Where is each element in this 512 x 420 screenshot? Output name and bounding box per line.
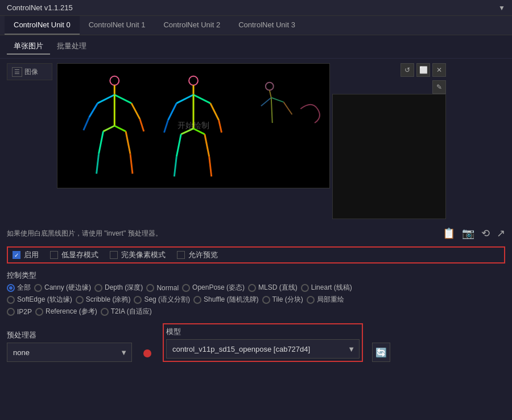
svg-line-18 <box>193 95 210 104</box>
radio-t2ia[interactable]: T2IA (自适应) <box>101 307 152 316</box>
tab-unit-2[interactable]: ControlNet Unit 2 <box>154 16 229 35</box>
info-icons: 📋 📷 ⟲ ↗ <box>443 227 505 240</box>
collapse-arrow[interactable]: ▼ <box>498 4 505 12</box>
svg-line-13 <box>126 131 130 154</box>
svg-line-20 <box>164 120 168 133</box>
allow-preview-item[interactable]: 允许预览 <box>177 250 218 260</box>
camera-icon[interactable]: 📷 <box>462 227 474 240</box>
enable-row: 启用 低显存模式 完美像素模式 允许预览 <box>7 246 505 263</box>
radio-scribble[interactable]: Scribble (涂鸦) <box>76 295 131 304</box>
app-title: ControlNet v1.1.215 <box>7 3 73 12</box>
clear-button[interactable]: ⬜ <box>416 63 430 77</box>
low-vram-label: 低显存模式 <box>61 250 98 260</box>
radio-btn-seg[interactable] <box>134 296 142 304</box>
control-type-section: 控制类型 全部 Canny (硬边缘) Depth (深度) Normal <box>7 267 505 319</box>
radio-inpaint[interactable]: 局部重绘 <box>307 295 344 304</box>
preprocessor-group: 预处理器 none ▼ <box>7 330 132 362</box>
right-canvas <box>332 94 446 219</box>
edit-button[interactable]: ✎ <box>432 80 446 94</box>
radio-btn-shuffle[interactable] <box>193 296 201 304</box>
main-canvas[interactable]: 开始绘制 <box>57 63 330 188</box>
tab-unit-1[interactable]: ControlNet Unit 1 <box>80 16 155 35</box>
radio-btn-ip2p[interactable] <box>7 308 15 316</box>
svg-line-3 <box>114 95 131 104</box>
main-tabs: ControlNet Unit 0 ControlNet Unit 1 Cont… <box>0 16 512 35</box>
sub-tab-batch[interactable]: 批量处理 <box>50 39 93 55</box>
svg-line-34 <box>284 102 292 114</box>
radio-btn-depth[interactable] <box>94 284 102 292</box>
tab-unit-3[interactable]: ControlNet Unit 3 <box>229 16 304 35</box>
low-vram-checkbox[interactable] <box>50 251 58 259</box>
radio-grid-row2: SoftEdge (软边缘) Scribble (涂鸦) Seg (语义分割) … <box>7 295 505 304</box>
radio-shuffle[interactable]: Shuffle (随机洗牌) <box>193 295 258 304</box>
radio-reference[interactable]: Reference (参考) <box>35 307 97 316</box>
radio-btn-all[interactable] <box>7 284 15 292</box>
info-row: 如果使用白底黑线图片，请使用 "invert" 预处理器。 📋 📷 ⟲ ↗ <box>7 227 505 240</box>
svg-line-7 <box>140 119 144 131</box>
preprocessor-select[interactable]: none <box>7 343 132 362</box>
svg-line-21 <box>210 103 219 120</box>
image-toolbar: ↺ ⬜ ✕ <box>332 63 446 77</box>
control-type-label: 控制类型 <box>7 270 505 281</box>
copy-icon[interactable]: 📋 <box>443 227 455 240</box>
radio-btn-lineart[interactable] <box>301 284 309 292</box>
radio-btn-inpaint[interactable] <box>307 296 315 304</box>
radio-btn-reference[interactable] <box>35 308 43 316</box>
svg-line-19 <box>168 103 176 120</box>
radio-seg[interactable]: Seg (语义分割) <box>134 295 190 304</box>
enable-checkbox[interactable] <box>13 251 20 259</box>
allow-preview-label: 允许预览 <box>188 250 218 260</box>
radio-tile[interactable]: Tile (分块) <box>262 295 303 304</box>
enable-checkbox-item[interactable]: 启用 <box>13 250 39 260</box>
perfect-pixel-checkbox[interactable] <box>110 251 118 259</box>
model-select[interactable]: control_v11p_sd15_openpose [cab727d4] <box>166 339 360 359</box>
undo-button[interactable]: ↺ <box>400 63 414 77</box>
send-icon[interactable]: ↗ <box>497 227 505 240</box>
bottom-controls: 预处理器 none ▼ 模型 control_v11p_sd15_openpos… <box>7 323 505 362</box>
radio-ip2p[interactable]: IP2P <box>7 307 32 316</box>
svg-line-33 <box>271 97 284 102</box>
radio-btn-openpose[interactable] <box>182 284 190 292</box>
radio-btn-canny[interactable] <box>34 284 42 292</box>
svg-line-14 <box>130 154 133 174</box>
svg-line-28 <box>205 134 209 157</box>
svg-line-12 <box>97 154 99 174</box>
image-wrapper: 开始绘制 ↺ ⬜ ✕ ✎ <box>57 63 505 219</box>
radio-grid-row3: IP2P Reference (参考) T2IA (自适应) <box>7 307 505 316</box>
radio-normal[interactable]: Normal <box>146 283 179 293</box>
main-container: ControlNet v1.1.215 ▼ ControlNet Unit 0 … <box>0 0 512 420</box>
radio-btn-mlsd[interactable] <box>248 284 256 292</box>
radio-grid-row1: 全部 Canny (硬边缘) Depth (深度) Normal OpenPos… <box>7 283 505 293</box>
radio-btn-tile[interactable] <box>262 296 270 304</box>
allow-preview-checkbox[interactable] <box>177 251 185 259</box>
radio-mlsd[interactable]: MLSD (直线) <box>248 283 298 293</box>
radio-all[interactable]: 全部 <box>7 283 31 293</box>
radio-btn-t2ia[interactable] <box>101 308 109 316</box>
close-button[interactable]: ✕ <box>432 63 446 77</box>
svg-line-11 <box>99 131 104 154</box>
refresh-button[interactable]: 🔄 <box>372 343 390 362</box>
sub-tab-single[interactable]: 单张图片 <box>7 39 50 55</box>
radio-btn-normal[interactable] <box>146 284 154 292</box>
radio-depth[interactable]: Depth (深度) <box>94 283 143 293</box>
canvas-overlay: 开始绘制 <box>177 121 209 131</box>
radio-btn-softedge[interactable] <box>7 296 15 304</box>
svg-line-27 <box>174 157 176 177</box>
radio-lineart[interactable]: Lineart (线稿) <box>301 283 352 293</box>
perfect-pixel-item[interactable]: 完美像素模式 <box>110 250 166 260</box>
svg-line-29 <box>209 157 212 177</box>
tab-unit-0[interactable]: ControlNet Unit 0 <box>5 16 80 35</box>
perfect-pixel-label: 完美像素模式 <box>121 250 166 260</box>
rotate-icon[interactable]: ⟲ <box>481 227 490 240</box>
svg-line-17 <box>176 95 193 104</box>
low-vram-item[interactable]: 低显存模式 <box>50 250 98 260</box>
radio-canny[interactable]: Canny (硬边缘) <box>34 283 91 293</box>
radio-softedge[interactable]: SoftEdge (软边缘) <box>7 295 72 304</box>
radio-openpose[interactable]: OpenPose (姿态) <box>182 283 245 293</box>
svg-point-30 <box>266 83 274 90</box>
model-select-wrapper: control_v11p_sd15_openpose [cab727d4] ▼ <box>166 339 360 359</box>
radio-btn-scribble[interactable] <box>76 296 84 304</box>
enable-label: 启用 <box>24 250 39 260</box>
svg-line-22 <box>219 120 222 133</box>
canvas-area: 开始绘制 ↺ ⬜ ✕ ✎ <box>57 63 505 219</box>
